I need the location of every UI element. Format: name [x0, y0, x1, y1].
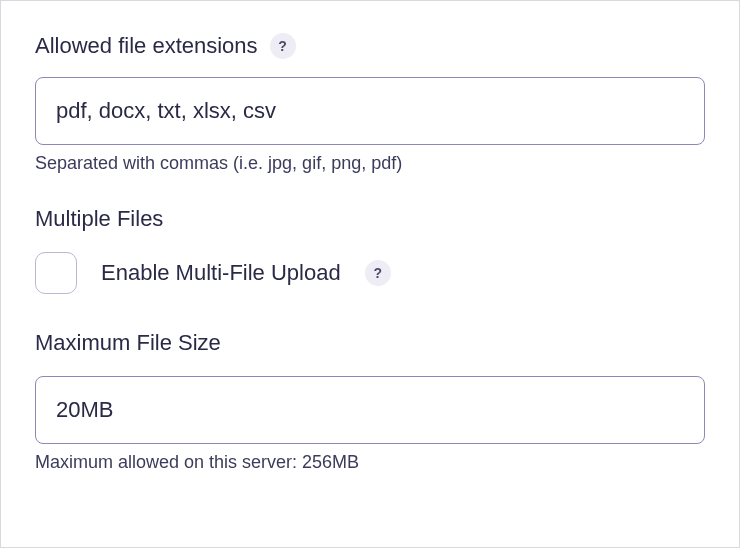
max-file-size-input[interactable]	[35, 376, 705, 444]
help-icon[interactable]: ?	[365, 260, 391, 286]
multiple-files-group: Multiple Files Enable Multi-File Upload …	[35, 206, 705, 294]
allowed-extensions-hint: Separated with commas (i.e. jpg, gif, pn…	[35, 153, 705, 174]
multi-file-checkbox[interactable]	[35, 252, 77, 294]
allowed-extensions-group: Allowed file extensions ? Separated with…	[35, 33, 705, 174]
multi-file-checkbox-label: Enable Multi-File Upload	[101, 260, 341, 286]
allowed-extensions-label: Allowed file extensions	[35, 33, 258, 59]
max-file-size-hint: Maximum allowed on this server: 256MB	[35, 452, 705, 473]
multiple-files-heading: Multiple Files	[35, 206, 705, 232]
allowed-extensions-label-row: Allowed file extensions ?	[35, 33, 705, 59]
file-settings-panel: Allowed file extensions ? Separated with…	[0, 0, 740, 548]
multi-file-checkbox-row: Enable Multi-File Upload ?	[35, 252, 705, 294]
max-file-size-group: Maximum File Size Maximum allowed on thi…	[35, 330, 705, 473]
help-icon[interactable]: ?	[270, 33, 296, 59]
allowed-extensions-input[interactable]	[35, 77, 705, 145]
max-file-size-label: Maximum File Size	[35, 330, 705, 356]
